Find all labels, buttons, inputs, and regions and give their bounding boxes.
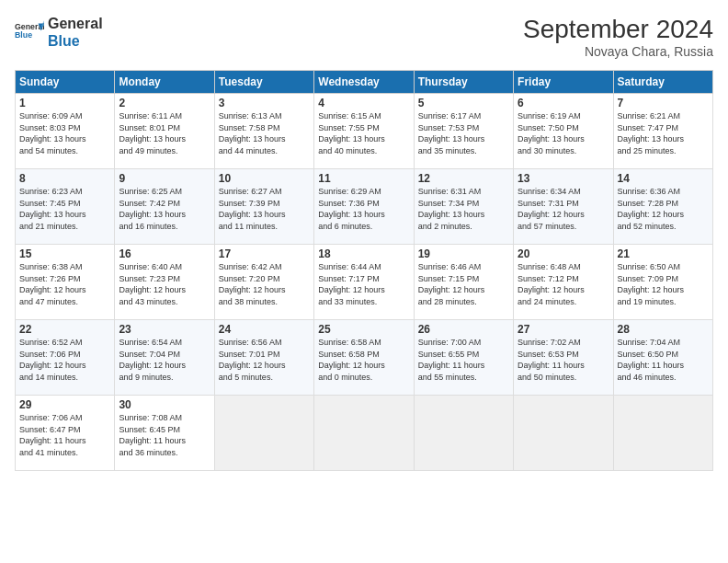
day-number: 2 — [119, 97, 210, 109]
day-cell: 28Sunrise: 7:04 AM Sunset: 6:50 PM Dayli… — [613, 320, 712, 396]
day-number: 27 — [518, 323, 609, 336]
day-number: 6 — [518, 97, 609, 109]
day-cell: 9Sunrise: 6:25 AM Sunset: 7:42 PM Daylig… — [115, 169, 214, 245]
day-info: Sunrise: 6:54 AM Sunset: 7:04 PM Dayligh… — [119, 337, 210, 383]
day-number: 1 — [19, 97, 110, 109]
day-info: Sunrise: 6:23 AM Sunset: 7:45 PM Dayligh… — [19, 186, 110, 232]
logo-blue: Blue — [48, 32, 103, 50]
day-info: Sunrise: 6:13 AM Sunset: 7:58 PM Dayligh… — [219, 110, 310, 156]
logo-icon: General Blue — [15, 17, 44, 47]
day-number: 26 — [418, 323, 509, 336]
day-number: 15 — [19, 247, 110, 260]
weekday-header-thursday: Thursday — [414, 71, 513, 94]
day-cell: 22Sunrise: 6:52 AM Sunset: 7:06 PM Dayli… — [16, 320, 115, 396]
day-cell: 27Sunrise: 7:02 AM Sunset: 6:53 PM Dayli… — [514, 320, 613, 396]
day-info: Sunrise: 7:00 AM Sunset: 6:55 PM Dayligh… — [418, 337, 509, 383]
day-info: Sunrise: 6:36 AM Sunset: 7:28 PM Dayligh… — [618, 186, 709, 232]
day-number: 13 — [518, 172, 609, 185]
day-number: 28 — [618, 323, 709, 336]
day-number: 19 — [418, 247, 509, 260]
day-cell: 25Sunrise: 6:58 AM Sunset: 6:58 PM Dayli… — [314, 320, 414, 396]
weekday-header-sunday: Sunday — [16, 71, 115, 94]
day-number: 20 — [518, 247, 609, 260]
day-cell: 30Sunrise: 7:08 AM Sunset: 6:45 PM Dayli… — [115, 396, 214, 471]
day-info: Sunrise: 6:38 AM Sunset: 7:26 PM Dayligh… — [19, 261, 110, 307]
day-number: 8 — [19, 172, 110, 185]
day-cell: 26Sunrise: 7:00 AM Sunset: 6:55 PM Dayli… — [414, 320, 513, 396]
header: General Blue General Blue September 2024… — [15, 15, 713, 59]
day-cell: 4Sunrise: 6:15 AM Sunset: 7:55 PM Daylig… — [314, 94, 414, 169]
day-info: Sunrise: 6:15 AM Sunset: 7:55 PM Dayligh… — [318, 110, 409, 156]
day-cell — [314, 396, 414, 471]
svg-text:Blue: Blue — [15, 31, 32, 40]
day-cell: 19Sunrise: 6:46 AM Sunset: 7:15 PM Dayli… — [414, 245, 513, 320]
day-cell: 12Sunrise: 6:31 AM Sunset: 7:34 PM Dayli… — [414, 169, 513, 245]
week-row-5: 29Sunrise: 7:06 AM Sunset: 6:47 PM Dayli… — [16, 396, 713, 471]
logo: General Blue General Blue — [15, 15, 103, 50]
day-cell: 1Sunrise: 6:09 AM Sunset: 8:03 PM Daylig… — [16, 94, 115, 169]
logo-general: General — [48, 15, 103, 32]
day-cell: 14Sunrise: 6:36 AM Sunset: 7:28 PM Dayli… — [613, 169, 712, 245]
day-cell: 15Sunrise: 6:38 AM Sunset: 7:26 PM Dayli… — [16, 245, 115, 320]
day-info: Sunrise: 6:52 AM Sunset: 7:06 PM Dayligh… — [19, 337, 110, 383]
weekday-header-friday: Friday — [514, 71, 613, 94]
day-number: 5 — [418, 97, 509, 109]
day-number: 11 — [318, 172, 409, 185]
day-cell: 29Sunrise: 7:06 AM Sunset: 6:47 PM Dayli… — [16, 396, 115, 471]
day-number: 10 — [219, 172, 310, 185]
day-number: 16 — [119, 247, 210, 260]
day-number: 29 — [19, 398, 110, 411]
day-info: Sunrise: 6:56 AM Sunset: 7:01 PM Dayligh… — [219, 337, 310, 383]
day-number: 14 — [618, 172, 709, 185]
day-number: 3 — [219, 97, 310, 109]
day-cell: 20Sunrise: 6:48 AM Sunset: 7:12 PM Dayli… — [514, 245, 613, 320]
day-cell: 11Sunrise: 6:29 AM Sunset: 7:36 PM Dayli… — [314, 169, 414, 245]
month-title: September 2024 — [523, 15, 713, 44]
day-info: Sunrise: 7:04 AM Sunset: 6:50 PM Dayligh… — [618, 337, 709, 383]
day-number: 21 — [618, 247, 709, 260]
day-info: Sunrise: 6:46 AM Sunset: 7:15 PM Dayligh… — [418, 261, 509, 307]
day-cell — [214, 396, 313, 471]
day-info: Sunrise: 6:29 AM Sunset: 7:36 PM Dayligh… — [318, 186, 409, 232]
day-info: Sunrise: 6:11 AM Sunset: 8:01 PM Dayligh… — [119, 110, 210, 156]
day-info: Sunrise: 6:44 AM Sunset: 7:17 PM Dayligh… — [318, 261, 409, 307]
title-block: September 2024 Novaya Chara, Russia — [523, 15, 713, 59]
day-cell — [613, 396, 712, 471]
day-number: 17 — [219, 247, 310, 260]
day-info: Sunrise: 6:34 AM Sunset: 7:31 PM Dayligh… — [518, 186, 609, 232]
day-cell: 16Sunrise: 6:40 AM Sunset: 7:23 PM Dayli… — [115, 245, 214, 320]
day-cell: 10Sunrise: 6:27 AM Sunset: 7:39 PM Dayli… — [214, 169, 313, 245]
day-info: Sunrise: 6:50 AM Sunset: 7:09 PM Dayligh… — [618, 261, 709, 307]
week-row-2: 8Sunrise: 6:23 AM Sunset: 7:45 PM Daylig… — [16, 169, 713, 245]
day-info: Sunrise: 7:02 AM Sunset: 6:53 PM Dayligh… — [518, 337, 609, 383]
weekday-header-monday: Monday — [115, 71, 214, 94]
day-info: Sunrise: 7:08 AM Sunset: 6:45 PM Dayligh… — [119, 412, 210, 458]
day-info: Sunrise: 6:27 AM Sunset: 7:39 PM Dayligh… — [219, 186, 310, 232]
day-number: 22 — [19, 323, 110, 336]
day-number: 24 — [219, 323, 310, 336]
day-cell: 8Sunrise: 6:23 AM Sunset: 7:45 PM Daylig… — [16, 169, 115, 245]
day-cell — [414, 396, 513, 471]
day-info: Sunrise: 6:40 AM Sunset: 7:23 PM Dayligh… — [119, 261, 210, 307]
week-row-1: 1Sunrise: 6:09 AM Sunset: 8:03 PM Daylig… — [16, 94, 713, 169]
day-info: Sunrise: 6:21 AM Sunset: 7:47 PM Dayligh… — [618, 110, 709, 156]
day-cell: 24Sunrise: 6:56 AM Sunset: 7:01 PM Dayli… — [214, 320, 313, 396]
day-cell — [514, 396, 613, 471]
day-info: Sunrise: 6:31 AM Sunset: 7:34 PM Dayligh… — [418, 186, 509, 232]
day-info: Sunrise: 6:09 AM Sunset: 8:03 PM Dayligh… — [19, 110, 110, 156]
location-subtitle: Novaya Chara, Russia — [523, 44, 713, 59]
day-number: 9 — [119, 172, 210, 185]
day-info: Sunrise: 6:25 AM Sunset: 7:42 PM Dayligh… — [119, 186, 210, 232]
weekday-header-saturday: Saturday — [613, 71, 712, 94]
day-cell: 2Sunrise: 6:11 AM Sunset: 8:01 PM Daylig… — [115, 94, 214, 169]
day-info: Sunrise: 6:19 AM Sunset: 7:50 PM Dayligh… — [518, 110, 609, 156]
weekday-header-row: SundayMondayTuesdayWednesdayThursdayFrid… — [16, 71, 713, 94]
day-info: Sunrise: 6:17 AM Sunset: 7:53 PM Dayligh… — [418, 110, 509, 156]
day-info: Sunrise: 6:48 AM Sunset: 7:12 PM Dayligh… — [518, 261, 609, 307]
day-cell: 17Sunrise: 6:42 AM Sunset: 7:20 PM Dayli… — [214, 245, 313, 320]
day-info: Sunrise: 6:42 AM Sunset: 7:20 PM Dayligh… — [219, 261, 310, 307]
week-row-3: 15Sunrise: 6:38 AM Sunset: 7:26 PM Dayli… — [16, 245, 713, 320]
day-cell: 7Sunrise: 6:21 AM Sunset: 7:47 PM Daylig… — [613, 94, 712, 169]
day-number: 30 — [119, 398, 210, 411]
day-number: 12 — [418, 172, 509, 185]
